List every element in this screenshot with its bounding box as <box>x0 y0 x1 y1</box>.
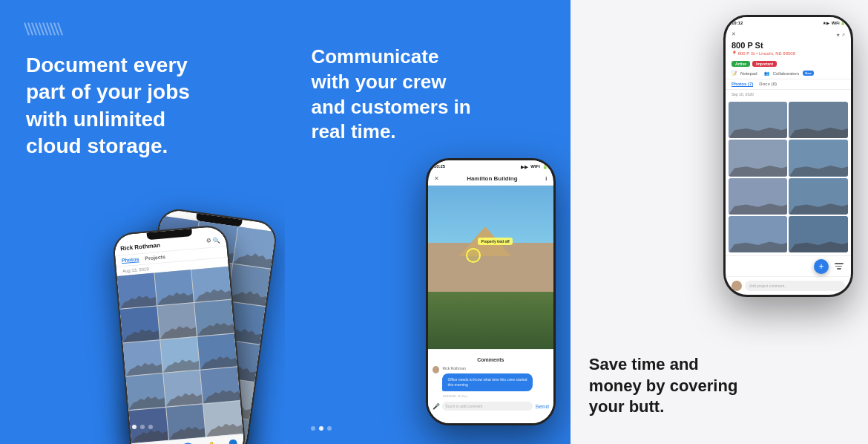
panel1-phones: Rick Rothman ⚙ 🔍 Photos Projects Aug 13,… <box>107 154 277 422</box>
p2-dot-2 <box>319 426 323 431</box>
p3-photo-3 <box>729 140 788 176</box>
panel1-headline: Document every part of your jobs with un… <box>26 52 277 160</box>
collaborators-label[interactable]: Collaborators <box>773 71 800 76</box>
notepad-label[interactable]: Notepad <box>740 71 757 76</box>
p3-photo-8 <box>789 216 848 252</box>
profile-icon[interactable]: 👤 <box>227 440 240 444</box>
comments-section: Comments Rick Rothman Office needs to kn… <box>428 349 553 423</box>
panel-document: Document every part of your jobs with un… <box>0 0 285 444</box>
save-line2: money by covering <box>589 376 738 395</box>
p2-dot-1 <box>311 426 315 431</box>
panel3-phone: 10:12 ★ ▶WiFi 🔋 ✕ ★ ↗ 800 P St 📍 800 P S… <box>723 15 853 297</box>
dot-1 <box>132 425 137 429</box>
panel2-phone: 10:25 ▶▶WiFi🔋 ✕ Hamilton Building ℹ <box>426 158 556 425</box>
comm-line4: real time. <box>311 120 395 143</box>
comment-input-area[interactable]: 🎤 Touch to add comment Send <box>433 402 549 411</box>
p3-date: Sep 10, 2020 <box>726 90 851 99</box>
status-icons: ▶▶WiFi🔋 <box>521 164 548 169</box>
p3-photo-6 <box>789 178 848 215</box>
save-line3: your butt. <box>589 397 664 416</box>
tag-important: Important <box>752 61 777 67</box>
tag-new: New <box>803 71 813 76</box>
p3-status-icons: ★ ▶WiFi 🔋 <box>823 21 845 25</box>
people-icon: 👥 <box>764 71 769 76</box>
commenter-name: Rick Rothman <box>442 366 548 370</box>
tab-projects[interactable]: Projects <box>145 254 165 261</box>
phone1-user: Rick Rothman <box>120 242 160 252</box>
p3-photo-4 <box>789 140 848 176</box>
dot-2 <box>140 425 145 429</box>
p3-photo-7 <box>729 216 788 252</box>
p3-address: 📍 800 P St • Lincoln, NE 68508 <box>731 50 845 56</box>
p2-dot-3 <box>327 426 332 431</box>
dot-3 <box>148 425 153 429</box>
p3-photo-2 <box>789 102 848 138</box>
slash-decoration <box>26 22 61 36</box>
comment-add-area: Add project comment... <box>726 276 851 295</box>
tab-photos[interactable]: Photos <box>122 256 139 264</box>
save-line1: Save time and <box>589 355 699 373</box>
filter-icon[interactable] <box>833 261 845 272</box>
user-avatar <box>731 281 742 291</box>
p3-photo-grid <box>726 99 851 255</box>
phone-front: Rick Rothman ⚙ 🔍 Photos Projects Aug 13,… <box>112 224 247 444</box>
panel2-dots <box>311 426 332 431</box>
comm-line3: and customers in <box>311 96 470 118</box>
p3-status-time: 10:12 <box>731 21 743 25</box>
comm-building-title: Hamilton Building <box>467 175 517 182</box>
commenter-avatar <box>433 366 440 373</box>
comment-input[interactable]: Touch to add comment <box>442 402 533 411</box>
tab-docs-label[interactable]: Docs (0) <box>759 82 777 87</box>
p3-photo-5 <box>729 178 788 215</box>
close-icon[interactable]: ✕ <box>434 175 439 182</box>
p3-close-icon[interactable]: ✕ <box>731 31 736 37</box>
send-icon[interactable]: Send <box>535 403 549 410</box>
notepad-icon: 📝 <box>731 71 737 76</box>
tag-active: Active <box>731 61 750 67</box>
microphone-icon[interactable]: 🎤 <box>433 403 440 410</box>
p3-photo-1 <box>729 102 788 138</box>
panel-save-time: 10:12 ★ ▶WiFi 🔋 ✕ ★ ↗ 800 P St 📍 800 P S… <box>571 0 868 444</box>
info-icon[interactable]: ℹ <box>545 176 548 182</box>
dots-indicator <box>132 425 153 429</box>
comments-title: Comments <box>433 354 549 364</box>
rooftop-image: Properly tied off <box>428 186 553 349</box>
panel-communicate: Communicate with your crew and customers… <box>285 0 570 444</box>
comment-timestamp: 10/3/2020, 11:7am <box>442 394 548 398</box>
p3-icons: ★ ↗ <box>836 32 845 37</box>
fab-add-button[interactable]: + <box>814 259 829 274</box>
annotation-label: Properly tied off <box>478 238 512 245</box>
p3-title: 800 P St <box>731 41 845 50</box>
comment-bubble: Office needs to know what time this crew… <box>442 373 533 391</box>
bell-icon[interactable]: 🔔 <box>206 442 218 444</box>
comm-line2: with your crew <box>311 71 446 93</box>
comment-placeholder-input[interactable]: Add project comment... <box>745 281 845 291</box>
comm-status-time: 10:25 <box>434 164 445 169</box>
comm-line1: Communicate <box>311 45 438 68</box>
tab-photos-label[interactable]: Photos (7) <box>731 82 753 87</box>
